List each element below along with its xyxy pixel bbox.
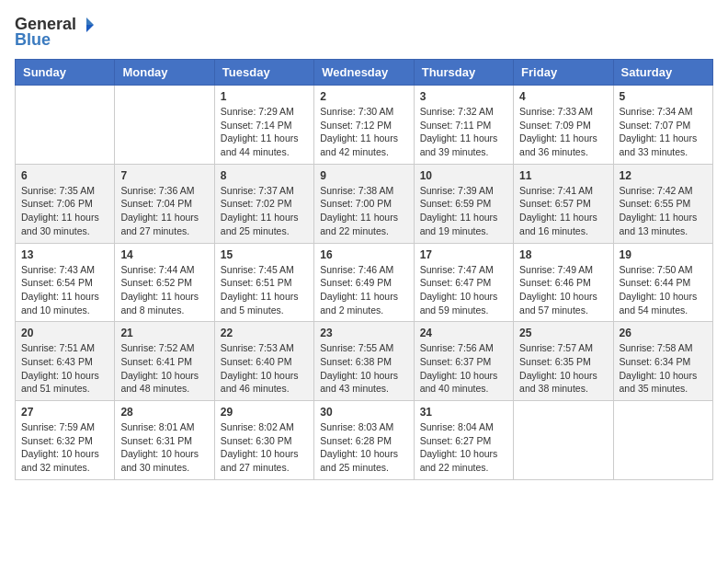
day-content: Sunrise: 7:49 AMSunset: 6:46 PMDaylight:… bbox=[519, 263, 607, 317]
day-content: Sunrise: 7:55 AMSunset: 6:38 PMDaylight:… bbox=[320, 341, 407, 396]
calendar-table: SundayMondayTuesdayWednesdayThursdayFrid… bbox=[15, 59, 713, 480]
day-number: 20 bbox=[21, 327, 108, 339]
calendar-cell: 26Sunrise: 7:58 AMSunset: 6:34 PMDayligh… bbox=[613, 322, 712, 401]
day-number: 5 bbox=[620, 90, 707, 103]
calendar-cell: 11Sunrise: 7:41 AMSunset: 6:57 PMDayligh… bbox=[514, 164, 613, 243]
calendar-header-row: SundayMondayTuesdayWednesdayThursdayFrid… bbox=[16, 60, 713, 86]
header-sunday: Sunday bbox=[16, 60, 115, 86]
header-monday: Monday bbox=[115, 60, 214, 86]
day-content: Sunrise: 7:59 AMSunset: 6:32 PMDaylight:… bbox=[21, 420, 108, 475]
day-number: 17 bbox=[420, 248, 507, 261]
day-number: 18 bbox=[519, 248, 607, 261]
calendar-cell: 25Sunrise: 7:57 AMSunset: 6:35 PMDayligh… bbox=[514, 322, 613, 401]
day-content: Sunrise: 7:41 AMSunset: 6:57 PMDaylight:… bbox=[519, 184, 607, 238]
day-content: Sunrise: 7:52 AMSunset: 6:41 PMDaylight:… bbox=[120, 341, 208, 396]
day-content: Sunrise: 7:56 AMSunset: 6:37 PMDaylight:… bbox=[420, 341, 507, 396]
day-number: 10 bbox=[420, 169, 507, 182]
calendar-week-row: 6Sunrise: 7:35 AMSunset: 7:06 PMDaylight… bbox=[16, 164, 713, 243]
day-number: 15 bbox=[221, 248, 308, 261]
calendar-cell: 31Sunrise: 8:04 AMSunset: 6:27 PMDayligh… bbox=[414, 401, 513, 480]
day-content: Sunrise: 7:44 AMSunset: 6:52 PMDaylight:… bbox=[120, 263, 208, 317]
calendar-cell: 3Sunrise: 7:32 AMSunset: 7:11 PMDaylight… bbox=[414, 86, 513, 165]
day-content: Sunrise: 7:46 AMSunset: 6:49 PMDaylight:… bbox=[320, 263, 407, 317]
calendar-cell: 9Sunrise: 7:38 AMSunset: 7:00 PMDaylight… bbox=[314, 164, 414, 243]
day-number: 24 bbox=[420, 327, 507, 339]
calendar-cell: 30Sunrise: 8:03 AMSunset: 6:28 PMDayligh… bbox=[314, 401, 414, 480]
calendar-cell: 18Sunrise: 7:49 AMSunset: 6:46 PMDayligh… bbox=[514, 243, 613, 322]
svg-marker-0 bbox=[86, 17, 94, 25]
day-content: Sunrise: 7:32 AMSunset: 7:11 PMDaylight:… bbox=[420, 105, 507, 159]
day-content: Sunrise: 8:02 AMSunset: 6:30 PMDaylight:… bbox=[221, 420, 308, 475]
calendar-cell bbox=[16, 86, 115, 165]
calendar-cell: 12Sunrise: 7:42 AMSunset: 6:55 PMDayligh… bbox=[613, 164, 712, 243]
day-number: 30 bbox=[320, 406, 407, 419]
day-content: Sunrise: 8:03 AMSunset: 6:28 PMDaylight:… bbox=[320, 420, 407, 475]
day-number: 25 bbox=[519, 327, 607, 339]
day-number: 8 bbox=[221, 169, 308, 182]
calendar-cell bbox=[514, 401, 613, 480]
calendar-cell: 14Sunrise: 7:44 AMSunset: 6:52 PMDayligh… bbox=[115, 243, 214, 322]
calendar-week-row: 20Sunrise: 7:51 AMSunset: 6:43 PMDayligh… bbox=[16, 322, 713, 401]
day-number: 2 bbox=[320, 90, 407, 103]
day-content: Sunrise: 7:53 AMSunset: 6:40 PMDaylight:… bbox=[221, 341, 308, 396]
day-content: Sunrise: 7:29 AMSunset: 7:14 PMDaylight:… bbox=[221, 105, 308, 159]
day-content: Sunrise: 7:42 AMSunset: 6:55 PMDaylight:… bbox=[620, 184, 707, 238]
calendar-cell bbox=[613, 401, 712, 480]
day-content: Sunrise: 7:30 AMSunset: 7:12 PMDaylight:… bbox=[320, 105, 407, 159]
day-number: 7 bbox=[120, 169, 208, 182]
calendar-cell: 8Sunrise: 7:37 AMSunset: 7:02 PMDaylight… bbox=[214, 164, 313, 243]
day-content: Sunrise: 7:51 AMSunset: 6:43 PMDaylight:… bbox=[21, 341, 108, 396]
calendar-cell: 21Sunrise: 7:52 AMSunset: 6:41 PMDayligh… bbox=[115, 322, 214, 401]
day-number: 31 bbox=[420, 406, 507, 419]
day-number: 9 bbox=[320, 169, 407, 182]
calendar-week-row: 1Sunrise: 7:29 AMSunset: 7:14 PMDaylight… bbox=[16, 86, 713, 165]
day-number: 22 bbox=[221, 327, 308, 339]
calendar-cell: 23Sunrise: 7:55 AMSunset: 6:38 PMDayligh… bbox=[314, 322, 414, 401]
calendar-cell: 4Sunrise: 7:33 AMSunset: 7:09 PMDaylight… bbox=[514, 86, 613, 165]
day-number: 28 bbox=[120, 406, 208, 419]
day-number: 13 bbox=[21, 248, 108, 261]
day-content: Sunrise: 7:57 AMSunset: 6:35 PMDaylight:… bbox=[519, 341, 607, 396]
day-content: Sunrise: 7:33 AMSunset: 7:09 PMDaylight:… bbox=[519, 105, 607, 159]
calendar-week-row: 13Sunrise: 7:43 AMSunset: 6:54 PMDayligh… bbox=[16, 243, 713, 322]
calendar-cell: 5Sunrise: 7:34 AMSunset: 7:07 PMDaylight… bbox=[613, 86, 712, 165]
calendar-cell: 24Sunrise: 7:56 AMSunset: 6:37 PMDayligh… bbox=[414, 322, 513, 401]
day-content: Sunrise: 7:34 AMSunset: 7:07 PMDaylight:… bbox=[620, 105, 707, 159]
day-number: 1 bbox=[221, 90, 308, 103]
calendar-cell: 20Sunrise: 7:51 AMSunset: 6:43 PMDayligh… bbox=[16, 322, 115, 401]
calendar-cell: 22Sunrise: 7:53 AMSunset: 6:40 PMDayligh… bbox=[214, 322, 313, 401]
day-content: Sunrise: 7:47 AMSunset: 6:47 PMDaylight:… bbox=[420, 263, 507, 317]
day-content: Sunrise: 7:36 AMSunset: 7:04 PMDaylight:… bbox=[120, 184, 208, 238]
svg-marker-1 bbox=[86, 25, 94, 32]
day-number: 3 bbox=[420, 90, 507, 103]
calendar-cell: 29Sunrise: 8:02 AMSunset: 6:30 PMDayligh… bbox=[214, 401, 313, 480]
day-number: 19 bbox=[620, 248, 707, 261]
day-number: 4 bbox=[519, 90, 607, 103]
day-content: Sunrise: 7:45 AMSunset: 6:51 PMDaylight:… bbox=[221, 263, 308, 317]
day-content: Sunrise: 7:58 AMSunset: 6:34 PMDaylight:… bbox=[620, 341, 707, 396]
header-friday: Friday bbox=[514, 60, 613, 86]
calendar-week-row: 27Sunrise: 7:59 AMSunset: 6:32 PMDayligh… bbox=[16, 401, 713, 480]
calendar-cell: 7Sunrise: 7:36 AMSunset: 7:04 PMDaylight… bbox=[115, 164, 214, 243]
header-wednesday: Wednesday bbox=[314, 60, 414, 86]
day-number: 26 bbox=[620, 327, 707, 339]
logo-blue-text: Blue bbox=[15, 30, 51, 50]
day-number: 12 bbox=[620, 169, 707, 182]
day-number: 29 bbox=[221, 406, 308, 419]
day-content: Sunrise: 7:35 AMSunset: 7:06 PMDaylight:… bbox=[21, 184, 108, 238]
calendar-cell: 2Sunrise: 7:30 AMSunset: 7:12 PMDaylight… bbox=[314, 86, 414, 165]
page-header: General Blue bbox=[15, 15, 713, 50]
calendar-cell: 17Sunrise: 7:47 AMSunset: 6:47 PMDayligh… bbox=[414, 243, 513, 322]
day-number: 6 bbox=[21, 169, 108, 182]
calendar-cell bbox=[115, 86, 214, 165]
calendar-cell: 1Sunrise: 7:29 AMSunset: 7:14 PMDaylight… bbox=[214, 86, 313, 165]
day-content: Sunrise: 7:38 AMSunset: 7:00 PMDaylight:… bbox=[320, 184, 407, 238]
day-content: Sunrise: 8:01 AMSunset: 6:31 PMDaylight:… bbox=[120, 420, 208, 475]
header-saturday: Saturday bbox=[613, 60, 712, 86]
day-number: 21 bbox=[120, 327, 208, 339]
day-content: Sunrise: 7:37 AMSunset: 7:02 PMDaylight:… bbox=[221, 184, 308, 238]
calendar-cell: 28Sunrise: 8:01 AMSunset: 6:31 PMDayligh… bbox=[115, 401, 214, 480]
day-number: 23 bbox=[320, 327, 407, 339]
day-content: Sunrise: 8:04 AMSunset: 6:27 PMDaylight:… bbox=[420, 420, 507, 475]
header-tuesday: Tuesday bbox=[214, 60, 313, 86]
